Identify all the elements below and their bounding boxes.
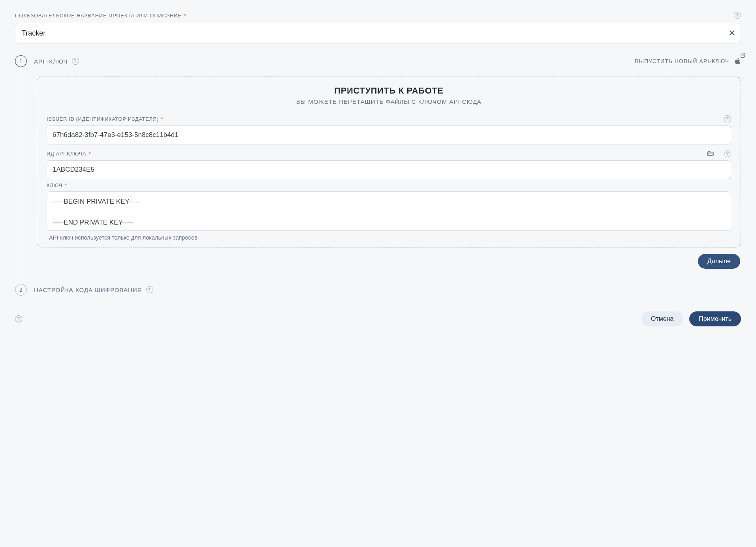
- project-input-wrap: ✕: [15, 23, 741, 43]
- project-name-input[interactable]: [15, 23, 741, 43]
- dialog-footer: ? Отмена Применить: [15, 311, 741, 326]
- step-2-number: 2: [15, 284, 27, 296]
- issuer-id-label-row: ISSUER ID (ИДЕНТИФИКАТОР ИЗДАТЕЛЯ) * ?: [47, 115, 731, 122]
- step-1-number: 1: [15, 55, 27, 67]
- key-label-row: КЛЮЧ *: [47, 182, 731, 188]
- help-icon[interactable]: ?: [724, 150, 731, 157]
- step-1-title: API -КЛЮЧ ?: [34, 58, 79, 65]
- drop-zone[interactable]: ПРИСТУПИТЬ К РАБОТЕ ВЫ МОЖЕТЕ ПЕРЕТАЩИТЬ…: [37, 77, 741, 247]
- drop-subtitle: ВЫ МОЖЕТЕ ПЕРЕТАЩИТЬ ФАЙЛЫ С КЛЮЧОМ API …: [47, 98, 731, 105]
- step-2-title: НАСТРОЙКА КОДА ШИФРОВАНИЯ ?: [34, 286, 153, 293]
- svg-line-0: [743, 53, 745, 56]
- step-1-body: ПРИСТУПИТЬ К РАБОТЕ ВЫ МОЖЕТЕ ПЕРЕТАЩИТЬ…: [21, 67, 741, 269]
- key-id-label: ИД API-КЛЮЧА: [47, 151, 86, 157]
- required-asterisk: *: [184, 13, 186, 19]
- required-asterisk: *: [88, 151, 91, 157]
- cancel-button[interactable]: Отмена: [641, 311, 683, 326]
- help-icon[interactable]: ?: [146, 286, 153, 293]
- step-1-header: 1 API -КЛЮЧ ? ВЫПУСТИТЬ НОВЫЙ API-КЛЮЧ: [15, 55, 741, 67]
- issuer-id-input[interactable]: [47, 126, 731, 144]
- key-textarea[interactable]: [47, 191, 731, 231]
- apple-icon[interactable]: [734, 57, 741, 65]
- key-id-label-row: ИД API-КЛЮЧА * ?: [47, 150, 731, 157]
- help-icon[interactable]: ?: [15, 315, 22, 322]
- folder-icon[interactable]: [707, 150, 715, 157]
- help-icon[interactable]: ?: [724, 115, 731, 122]
- key-id-input[interactable]: [47, 160, 731, 179]
- key-helper: API-ключ используется только для локальн…: [47, 234, 731, 241]
- key-label: КЛЮЧ: [47, 182, 62, 188]
- issuer-id-label: ISSUER ID (ИДЕНТИФИКАТОР ИЗДАТЕЛЯ): [47, 116, 159, 122]
- help-icon[interactable]: ?: [72, 58, 79, 65]
- issue-new-key-link[interactable]: ВЫПУСТИТЬ НОВЫЙ API-КЛЮЧ: [635, 58, 729, 64]
- required-asterisk: *: [161, 116, 164, 122]
- help-icon[interactable]: ?: [734, 12, 741, 19]
- drop-title: ПРИСТУПИТЬ К РАБОТЕ: [47, 86, 731, 96]
- clear-icon[interactable]: ✕: [728, 29, 735, 37]
- project-label: ПОЛЬЗОВАТЕЛЬСКОЕ НАЗВАНИЕ ПРОЕКТА ИЛИ ОП…: [15, 13, 182, 19]
- required-asterisk: *: [65, 182, 67, 188]
- step-2-header: 2 НАСТРОЙКА КОДА ШИФРОВАНИЯ ?: [15, 284, 741, 296]
- apply-button[interactable]: Применить: [689, 311, 741, 326]
- next-button[interactable]: Дальше: [698, 254, 740, 269]
- external-link-icon: [740, 52, 746, 58]
- project-label-row: ПОЛЬЗОВАТЕЛЬСКОЕ НАЗВАНИЕ ПРОЕКТА ИЛИ ОП…: [15, 12, 741, 19]
